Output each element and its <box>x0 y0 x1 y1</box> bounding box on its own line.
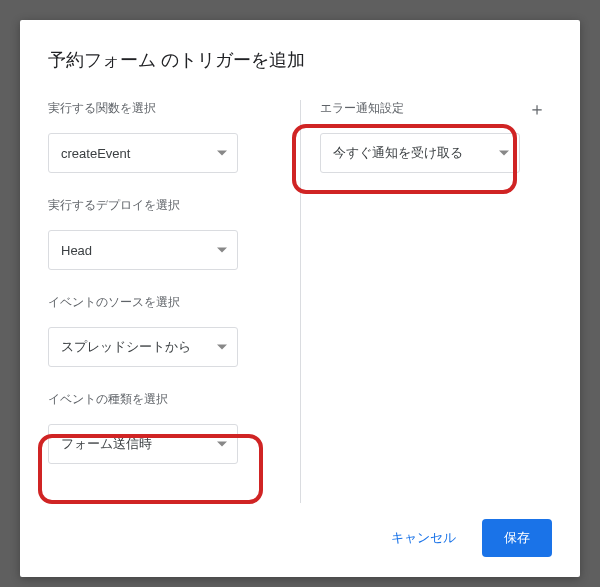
event-type-select-value: フォーム送信時 <box>61 435 152 453</box>
save-button[interactable]: 保存 <box>482 519 552 557</box>
right-column: エラー通知設定 ＋ 今すぐ通知を受け取る <box>300 100 552 513</box>
plus-icon[interactable]: ＋ <box>528 103 552 115</box>
event-source-select-label: イベントのソースを選択 <box>48 294 280 311</box>
event-source-select[interactable]: スプレッドシートから <box>48 327 238 367</box>
error-notify-label-row: エラー通知設定 ＋ <box>320 100 552 117</box>
chevron-down-icon <box>499 151 509 156</box>
trigger-dialog: 予約フォーム のトリガーを追加 実行する関数を選択 createEvent 実行… <box>20 20 580 577</box>
event-type-select[interactable]: フォーム送信時 <box>48 424 238 464</box>
deploy-select[interactable]: Head <box>48 230 238 270</box>
function-select-value: createEvent <box>61 146 130 161</box>
chevron-down-icon <box>217 151 227 156</box>
event-type-select-label: イベントの種類を選択 <box>48 391 280 408</box>
error-notify-select[interactable]: 今すぐ通知を受け取る <box>320 133 520 173</box>
chevron-down-icon <box>217 345 227 350</box>
dialog-title: 予約フォーム のトリガーを追加 <box>48 48 552 72</box>
chevron-down-icon <box>217 442 227 447</box>
deploy-select-label: 実行するデプロイを選択 <box>48 197 280 214</box>
function-select-label: 実行する関数を選択 <box>48 100 280 117</box>
error-notify-select-value: 今すぐ通知を受け取る <box>333 144 463 162</box>
left-column: 実行する関数を選択 createEvent 実行するデプロイを選択 Head イ… <box>48 100 300 513</box>
chevron-down-icon <box>217 248 227 253</box>
function-select[interactable]: createEvent <box>48 133 238 173</box>
cancel-button[interactable]: キャンセル <box>385 521 462 555</box>
deploy-select-value: Head <box>61 243 92 258</box>
event-source-select-value: スプレッドシートから <box>61 338 191 356</box>
dialog-footer: キャンセル 保存 <box>48 513 552 557</box>
dialog-content: 実行する関数を選択 createEvent 実行するデプロイを選択 Head イ… <box>48 100 552 513</box>
error-notify-label: エラー通知設定 <box>320 100 404 117</box>
